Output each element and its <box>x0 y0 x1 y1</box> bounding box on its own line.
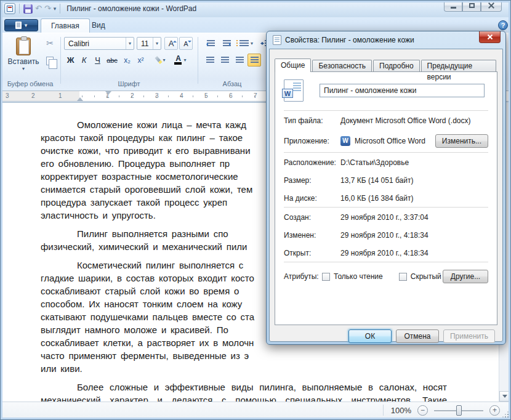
tab-details[interactable]: Подробно <box>373 60 420 71</box>
zoom-slider-thumb[interactable] <box>456 405 462 416</box>
grow-font-button[interactable]: A <box>164 37 178 50</box>
underline-label: Ч <box>95 55 100 65</box>
align-left-icon <box>206 57 214 63</box>
ruler-number: 4 <box>180 92 183 99</box>
properties-dialog: Свойства: Пилинг - омоложение кожи Общие… <box>266 31 506 345</box>
font-family-select[interactable]: Calibri ▾ <box>64 37 134 50</box>
tab-view[interactable]: Вид <box>82 18 115 33</box>
close-button[interactable] <box>481 0 502 12</box>
decrease-indent-icon <box>207 40 215 47</box>
redo-icon[interactable]: ↷ <box>44 4 51 14</box>
close-icon <box>488 2 494 9</box>
attributes-label: Атрибуты: <box>284 272 322 281</box>
scroll-down-button[interactable] <box>499 391 510 402</box>
clipboard-group: Вставить ▾ ✂ Буфер обмена <box>0 33 60 91</box>
font-color-button[interactable]: A ▾ <box>171 54 190 67</box>
paragraph: Более сложные и эффективные виды пилинга… <box>41 381 447 402</box>
help-icon[interactable]: ? <box>498 20 508 30</box>
qat-dropdown-icon[interactable]: ▾ <box>54 6 57 12</box>
zoom-out-button[interactable]: − <box>417 405 428 416</box>
ruler-number: 2 <box>131 92 134 99</box>
apply-button[interactable]: Применить <box>443 329 495 343</box>
maximize-button[interactable] <box>462 0 481 12</box>
first-line-indent-marker[interactable] <box>105 91 111 98</box>
strikethrough-button[interactable]: abc <box>105 54 119 67</box>
ruler-number: 5 <box>204 92 208 99</box>
chevron-down-icon: ▾ <box>126 38 134 49</box>
increase-indent-button[interactable] <box>219 37 234 50</box>
paste-label: Вставить <box>8 57 39 66</box>
cancel-button[interactable]: Отмена <box>396 329 439 343</box>
undo-icon[interactable]: ↶ <box>35 4 42 14</box>
text-line: механический характер и делаются с помощ… <box>41 394 447 402</box>
highlighter-icon <box>153 54 164 65</box>
zoom-in-button[interactable]: + <box>489 405 500 416</box>
align-center-button[interactable] <box>218 54 231 67</box>
justify-button[interactable] <box>247 54 261 67</box>
align-left-button[interactable] <box>203 54 217 67</box>
created-value: 29 ноября 2010 г., 3:37:04 <box>340 213 488 222</box>
paste-button[interactable]: Вставить ▾ <box>7 36 39 75</box>
zoom-slider[interactable] <box>434 405 483 416</box>
italic-button[interactable]: К <box>78 54 91 67</box>
created-label: Создан: <box>284 213 340 222</box>
tab-previous-versions[interactable]: Предыдущие версии <box>421 60 496 71</box>
superscript-button[interactable]: x² <box>134 54 147 67</box>
zoom-level: 100% <box>391 406 411 415</box>
application-row: Приложение: W Microsoft Office Word Изме… <box>275 129 497 152</box>
justify-icon <box>251 57 259 63</box>
shrink-font-button[interactable]: A <box>179 37 193 50</box>
tab-security[interactable]: Безопасность <box>312 60 372 71</box>
cut-button[interactable]: ✂ <box>43 37 57 49</box>
font-size-select[interactable]: 11 ▾ <box>137 37 161 50</box>
separator <box>60 4 60 14</box>
dialog-tab-strip: Общие Безопасность Подробно Предыдущие в… <box>270 49 502 71</box>
font-group: Calibri ▾ 11 ▾ A A Ж К Ч abc x₂ x² ▾ A ▾ <box>61 33 197 91</box>
attributes-row: Атрибуты: Только чтение Скрытый Другие..… <box>275 263 497 290</box>
opened-label: Открыт: <box>284 249 340 257</box>
readonly-checkbox[interactable] <box>322 273 330 281</box>
wordpad-app-icon[interactable] <box>4 3 15 14</box>
modified-label: Изменен: <box>284 231 340 240</box>
ruler-number: 3 <box>6 92 9 99</box>
highlight-button[interactable]: ▾ <box>151 54 169 67</box>
opened-value: 29 ноября 2010 г., 4:18:34 <box>340 249 488 257</box>
modified-value: 29 ноября 2010 г., 4:18:34 <box>340 231 488 240</box>
other-attributes-button[interactable]: Другие... <box>443 270 488 283</box>
ruler-number: 3 <box>155 92 159 99</box>
left-indent-marker[interactable] <box>77 94 83 101</box>
tab-general[interactable]: Общие <box>275 59 311 72</box>
underline-button[interactable]: Ч <box>91 54 104 67</box>
hidden-checkbox[interactable] <box>399 273 407 281</box>
copy-button[interactable] <box>43 55 57 67</box>
subscript-button[interactable]: x₂ <box>121 54 134 67</box>
minimize-button[interactable] <box>444 0 462 12</box>
resize-grip[interactable] <box>501 410 509 418</box>
chevron-down-icon: ▾ <box>183 57 186 63</box>
zoom-controls: 100% − + <box>383 405 500 416</box>
chevron-down-icon: ▾ <box>153 38 161 49</box>
font-family-value: Calibri <box>68 39 89 48</box>
dialog-client-area: Общие Безопасность Подробно Предыдущие в… <box>269 49 503 342</box>
italic-label: К <box>82 55 87 65</box>
save-icon[interactable] <box>23 4 33 14</box>
wordpad-menu-button[interactable]: ▾ <box>4 19 38 31</box>
change-button[interactable]: Изменить... <box>435 134 488 148</box>
superscript-label: x² <box>138 56 144 65</box>
chevron-down-icon: ▾ <box>251 41 253 46</box>
size-on-disk-value: 16,0 КБ (16 384 байт) <box>340 194 488 203</box>
created-row: Создан: 29 ноября 2010 г., 3:37:04 <box>275 208 497 226</box>
align-right-button[interactable] <box>233 54 246 67</box>
list-button[interactable]: ▾ <box>236 37 256 50</box>
bullet-list-icon <box>239 40 249 47</box>
wordpad-window: ↶ ↷ ▾ Пилинг - омоложение кожи - WordPad… <box>0 0 511 420</box>
ok-button[interactable]: ОК <box>348 329 392 343</box>
filename-input[interactable]: Пилинг - омоложение кожи <box>320 84 485 97</box>
decrease-indent-button[interactable] <box>203 37 218 50</box>
strikethrough-label: abc <box>107 57 118 64</box>
align-right-icon <box>236 57 244 63</box>
ruler-number: 1 <box>58 92 62 99</box>
caption-buttons <box>444 0 502 12</box>
dialog-close-button[interactable] <box>479 31 501 43</box>
bold-button[interactable]: Ж <box>64 54 77 67</box>
